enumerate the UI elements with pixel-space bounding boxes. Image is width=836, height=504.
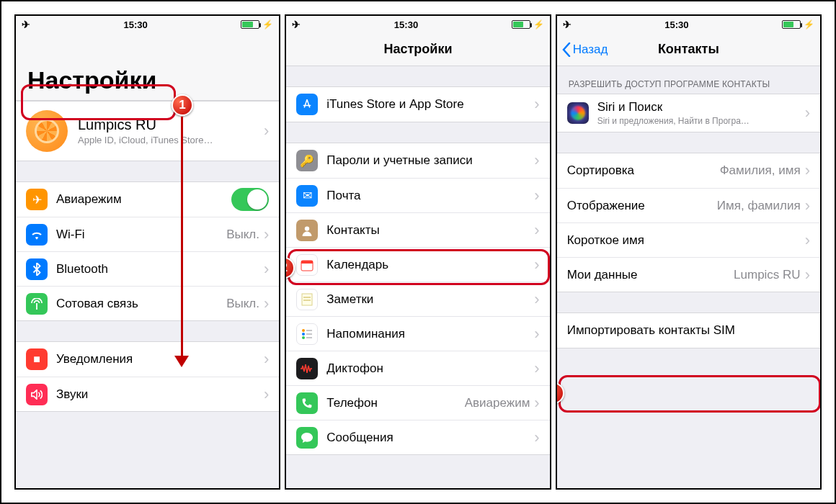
- airplane-toggle[interactable]: [231, 188, 269, 211]
- chevron-right-icon: ›: [534, 257, 539, 273]
- section-header-allow: РАЗРЕШИТЬ ДОСТУП ПРОГРАММЕ КОНТАКТЫ: [557, 66, 820, 94]
- row-label: Мои данные: [567, 268, 734, 282]
- charging-icon: ⚡: [262, 19, 273, 30]
- row-label: Wi-Fi: [56, 228, 226, 242]
- row-phone[interactable]: Телефон Авиарежим ›: [286, 385, 549, 420]
- row-value: Lumpics RU: [734, 268, 801, 282]
- chevron-right-icon: ›: [264, 351, 269, 367]
- row-import-sim[interactable]: Импортировать контакты SIM: [557, 313, 820, 348]
- status-bar: ✈ 15:30 ⚡: [557, 16, 820, 33]
- svg-point-6: [302, 329, 305, 332]
- cellular-icon: [26, 293, 48, 315]
- row-value: Фамилия, имя: [720, 163, 801, 178]
- row-display-order[interactable]: Отображение Имя, фамилия ›: [557, 188, 820, 222]
- charging-icon: ⚡: [533, 19, 544, 30]
- row-value: Авиарежим: [465, 396, 530, 410]
- row-voicememos[interactable]: Диктофон ›: [286, 351, 549, 385]
- chevron-right-icon: ›: [805, 267, 810, 283]
- row-label: Почта: [326, 189, 534, 203]
- row-notifications[interactable]: ■ Уведомления ›: [16, 342, 279, 377]
- row-label: Контакты: [326, 223, 534, 238]
- row-notes[interactable]: Заметки ›: [286, 282, 549, 316]
- row-bluetooth[interactable]: Bluetooth ›: [16, 251, 279, 286]
- chevron-right-icon: ›: [264, 123, 269, 139]
- row-siri-search[interactable]: Siri и Поиск Siri и предложения, Найти в…: [557, 94, 820, 132]
- row-value: Выкл.: [226, 297, 259, 311]
- battery-icon: [782, 20, 801, 29]
- navbar: Настройки: [286, 33, 549, 66]
- chevron-right-icon: ›: [534, 222, 539, 238]
- row-sublabel: Siri и предложения, Найти в Програ…: [597, 116, 805, 126]
- row-value: Выкл.: [226, 228, 259, 242]
- chevron-right-icon: ›: [534, 361, 539, 377]
- apple-id-cell[interactable]: Lumpics RU Apple ID, iCloud, iTunes Stor…: [16, 102, 279, 161]
- appstore-icon: [296, 94, 318, 115]
- row-label: Импортировать контакты SIM: [567, 323, 810, 338]
- row-sort-order[interactable]: Сортировка Фамилия, имя ›: [557, 153, 820, 188]
- chevron-right-icon: ›: [534, 153, 539, 168]
- row-label: Напоминания: [326, 327, 534, 341]
- row-label: Заметки: [326, 292, 534, 307]
- row-calendar[interactable]: Календарь ›: [286, 247, 549, 282]
- row-my-info[interactable]: Мои данные Lumpics RU ›: [557, 257, 820, 292]
- row-airplane-mode[interactable]: ✈ Авиарежим: [16, 182, 279, 217]
- airplane-icon: ✈: [26, 189, 48, 210]
- row-label: Авиарежим: [56, 192, 231, 207]
- reminders-icon: [296, 323, 318, 345]
- siri-icon: [567, 102, 589, 124]
- row-passwords[interactable]: 🔑 Пароли и учетные записи ›: [286, 143, 549, 178]
- airplane-mode-icon: ✈: [292, 19, 301, 30]
- screen-settings-list: ✈ 15:30 ⚡ Настройки iTunes Store и App S…: [285, 14, 551, 490]
- nav-title: Настройки: [384, 42, 453, 57]
- row-label: Звуки: [56, 387, 264, 402]
- svg-rect-2: [301, 261, 313, 264]
- row-label: Siri и Поиск: [597, 100, 805, 114]
- row-sounds[interactable]: Звуки ›: [16, 377, 279, 411]
- chevron-right-icon: ›: [264, 261, 269, 277]
- row-wifi[interactable]: Wi-Fi Выкл. ›: [16, 217, 279, 251]
- airplane-mode-icon: ✈: [22, 19, 30, 30]
- row-messages[interactable]: Сообщения ›: [286, 420, 549, 454]
- charging-icon: ⚡: [804, 19, 814, 30]
- chevron-right-icon: ›: [534, 188, 539, 204]
- contacts-icon: [296, 220, 318, 241]
- chevron-right-icon: ›: [264, 227, 269, 243]
- wifi-icon: [26, 224, 48, 246]
- status-time: 15:30: [664, 19, 688, 30]
- profile-subtitle: Apple ID, iCloud, iTunes Store…: [78, 135, 264, 145]
- chevron-right-icon: ›: [264, 387, 269, 402]
- row-reminders[interactable]: Напоминания ›: [286, 316, 549, 351]
- avatar: [26, 110, 68, 152]
- phone-icon: [296, 392, 318, 414]
- row-cellular[interactable]: Сотовая связь Выкл. ›: [16, 286, 279, 320]
- bluetooth-icon: [26, 258, 48, 280]
- sounds-icon: [26, 384, 48, 405]
- row-mail[interactable]: ✉ Почта ›: [286, 178, 549, 212]
- chevron-right-icon: ›: [805, 198, 810, 214]
- chevron-right-icon: ›: [534, 430, 539, 446]
- calendar-icon: [296, 254, 318, 276]
- row-label: Bluetooth: [56, 262, 259, 276]
- row-short-name[interactable]: Короткое имя ›: [557, 222, 820, 257]
- status-bar: ✈ 15:30 ⚡: [286, 16, 549, 33]
- row-label: iTunes Store и App Store: [326, 97, 534, 112]
- svg-rect-3: [302, 294, 312, 305]
- row-contacts[interactable]: Контакты ›: [286, 212, 549, 247]
- airplane-mode-icon: ✈: [563, 19, 572, 30]
- row-label: Диктофон: [326, 361, 534, 376]
- page-title: Настройки: [16, 33, 279, 101]
- row-value: Имя, фамилия: [717, 199, 801, 213]
- row-itunes-appstore[interactable]: iTunes Store и App Store ›: [286, 87, 549, 122]
- chevron-right-icon: ›: [534, 96, 539, 112]
- row-label: Короткое имя: [567, 233, 801, 248]
- screen-contacts-settings: ✈ 15:30 ⚡ Назад Контакты РАЗРЕШИТЬ ДОСТУ…: [556, 14, 822, 490]
- back-button[interactable]: Назад: [561, 33, 608, 66]
- messages-icon: [296, 427, 318, 449]
- chevron-right-icon: ›: [264, 296, 269, 312]
- chevron-right-icon: ›: [534, 292, 539, 307]
- nav-title: Контакты: [658, 42, 719, 57]
- row-label: Сортировка: [567, 163, 720, 178]
- battery-icon: [512, 20, 530, 29]
- status-time: 15:30: [394, 19, 418, 30]
- key-icon: 🔑: [296, 150, 318, 171]
